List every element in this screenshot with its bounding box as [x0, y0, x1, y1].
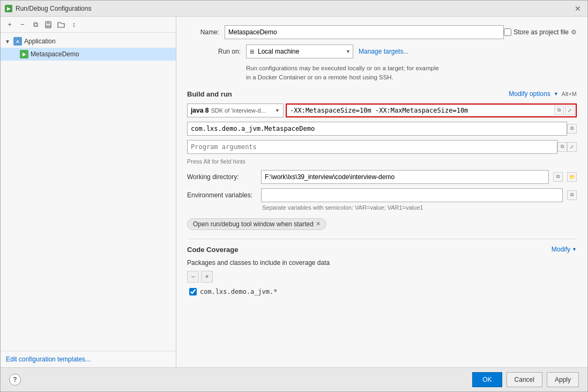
name-input[interactable]: [225, 25, 504, 39]
program-args-input[interactable]: [187, 140, 557, 154]
vm-copy-icon[interactable]: ⧉: [554, 106, 564, 115]
env-vars-copy-icon[interactable]: ⧉: [567, 190, 577, 200]
svg-rect-1: [47, 21, 50, 24]
title-bar: ▶ Run/Debug Configurations ✕: [1, 1, 587, 17]
coverage-add-button[interactable]: +: [201, 271, 213, 283]
edit-templates-link[interactable]: Edit configuration templates...: [6, 356, 91, 363]
tree-label-application: Application: [24, 38, 56, 45]
build-run-title: Build and run: [187, 90, 232, 98]
right-panel: Name: Store as project file ⚙ Run on: 🖥 …: [176, 17, 587, 367]
add-config-button[interactable]: +: [4, 19, 16, 31]
main-class-row: ⧉: [187, 122, 577, 136]
separate-hint: Separate variables with semicolon: VAR=v…: [262, 204, 577, 211]
left-footer: Edit configuration templates...: [1, 351, 176, 367]
manage-targets-link[interactable]: Manage targets...: [359, 48, 408, 55]
store-checkbox[interactable]: [504, 28, 511, 36]
modify-options-container: Modify options ▼ Alt+M: [509, 90, 577, 98]
vm-options-input[interactable]: [287, 105, 554, 116]
working-dir-row: Working directory: ⧉ 📁: [187, 170, 577, 184]
tag-chip-run-debug: Open run/debug tool window when started …: [187, 218, 326, 230]
sdk-java-label: java 8: [191, 107, 209, 114]
close-button[interactable]: ✕: [572, 3, 583, 14]
modify-options-shortcut: Alt+M: [562, 91, 577, 97]
vm-options-wrapper: ⧉ ⤢: [286, 103, 577, 117]
gear-icon[interactable]: ⚙: [571, 28, 577, 36]
title-bar-left: ▶ Run/Debug Configurations: [5, 5, 91, 12]
coverage-list-item: com.lxs.demo.a_jvm.*: [187, 287, 577, 297]
config-icon: ▶: [20, 50, 28, 58]
chevron-down-icon: ▼: [346, 49, 351, 54]
ok-button[interactable]: OK: [472, 372, 502, 387]
left-toolbar: + − ⧉ ↕: [1, 17, 176, 33]
coverage-title: Code Coverage: [187, 246, 238, 254]
alt-hint: Press Alt for field hints: [187, 158, 577, 165]
working-dir-label: Working directory:: [187, 173, 257, 181]
main-class-input[interactable]: [187, 122, 567, 136]
sdk-dropdown[interactable]: java 8 SDK of 'interview-d... ▼: [187, 103, 284, 117]
left-panel: + − ⧉ ↕ ▼ A Application: [1, 17, 176, 367]
env-vars-row: Environment variables: ⧉: [187, 188, 577, 202]
build-run-section-header: Build and run Modify options ▼ Alt+M: [187, 90, 577, 98]
program-args-row: ⧉ ⤢: [187, 140, 577, 154]
name-label: Name:: [187, 28, 219, 36]
prog-args-copy-icon[interactable]: ⧉: [557, 142, 567, 152]
remove-config-button[interactable]: −: [17, 19, 28, 31]
tag-label: Open run/debug tool window when started: [193, 220, 314, 228]
main-class-field-wrapper: ⧉: [187, 122, 577, 136]
modify-link[interactable]: Modify: [552, 246, 570, 253]
machine-icon: 🖥: [249, 48, 255, 55]
application-icon: A: [13, 37, 22, 46]
code-coverage-section: Code Coverage Modify ▼ Packages and clas…: [187, 239, 577, 297]
coverage-header: Code Coverage Modify ▼: [187, 246, 577, 254]
tree-item-metaspacedemo[interactable]: ▶ MetaspaceDemo: [1, 48, 176, 61]
sort-config-button[interactable]: ↕: [68, 19, 80, 31]
program-args-wrapper: ⧉ ⤢: [187, 140, 577, 154]
tree-label-config: MetaspaceDemo: [31, 50, 79, 58]
tree-item-application[interactable]: ▼ A Application: [1, 35, 176, 48]
tree-arrow-application: ▼: [5, 39, 11, 45]
coverage-item-text: com.lxs.demo.a_jvm.*: [200, 288, 278, 295]
window-icon: ▶: [5, 5, 12, 12]
coverage-toolbar: − +: [187, 271, 577, 283]
env-vars-label: Environment variables:: [187, 191, 257, 199]
bottom-left: ?: [9, 374, 21, 386]
name-row: Name: Store as project file ⚙: [187, 25, 577, 39]
move-config-button[interactable]: [55, 19, 67, 31]
chevron-down-small-icon: ▼: [554, 91, 559, 97]
copy-config-button[interactable]: ⧉: [29, 19, 41, 31]
store-row: Store as project file ⚙: [504, 28, 577, 36]
run-on-value: Local machine: [258, 48, 343, 55]
main-class-copy-icon[interactable]: ⧉: [567, 124, 577, 134]
cancel-button[interactable]: Cancel: [507, 372, 542, 387]
description-line2: in a Docker Container or on a remote hos…: [246, 74, 393, 80]
help-button[interactable]: ?: [9, 374, 21, 386]
main-content: + − ⧉ ↕ ▼ A Application: [1, 17, 587, 367]
save-config-button[interactable]: [42, 19, 54, 31]
env-vars-input[interactable]: [261, 188, 563, 202]
working-dir-folder-icon[interactable]: 📁: [567, 172, 577, 182]
sdk-dropdown-arrow: ▼: [275, 108, 280, 113]
modify-options-link[interactable]: Modify options: [509, 90, 550, 98]
store-label: Store as project file: [513, 28, 569, 36]
coverage-subtitle: Packages and classes to include in cover…: [187, 259, 577, 267]
prog-args-expand-icon[interactable]: ⤢: [567, 142, 577, 152]
tags-row: Open run/debug tool window when started …: [187, 218, 577, 230]
run-debug-window: ▶ Run/Debug Configurations ✕ + − ⧉ ↕: [0, 0, 588, 392]
modify-arrow-icon: ▼: [572, 247, 577, 252]
sdk-vm-row: java 8 SDK of 'interview-d... ▼ ⧉ ⤢: [187, 103, 577, 117]
working-dir-input[interactable]: [261, 170, 549, 184]
working-dir-copy-icon[interactable]: ⧉: [553, 172, 563, 182]
run-on-row: Run on: 🖥 Local machine ▼ Manage targets…: [187, 45, 577, 58]
window-title: Run/Debug Configurations: [16, 5, 91, 12]
vm-expand-icon[interactable]: ⤢: [565, 106, 575, 115]
description-text: Run configurations may be executed local…: [187, 64, 577, 83]
coverage-remove-button[interactable]: −: [187, 271, 199, 283]
tag-close-button[interactable]: ✕: [316, 220, 321, 227]
vm-field-icons: ⧉ ⤢: [554, 106, 576, 115]
run-on-label: Run on:: [187, 48, 241, 55]
apply-button[interactable]: Apply: [547, 372, 579, 387]
coverage-item-checkbox[interactable]: [189, 288, 197, 295]
modify-container: Modify ▼: [552, 246, 577, 253]
svg-rect-2: [46, 25, 50, 27]
run-on-dropdown[interactable]: 🖥 Local machine ▼: [246, 45, 353, 58]
